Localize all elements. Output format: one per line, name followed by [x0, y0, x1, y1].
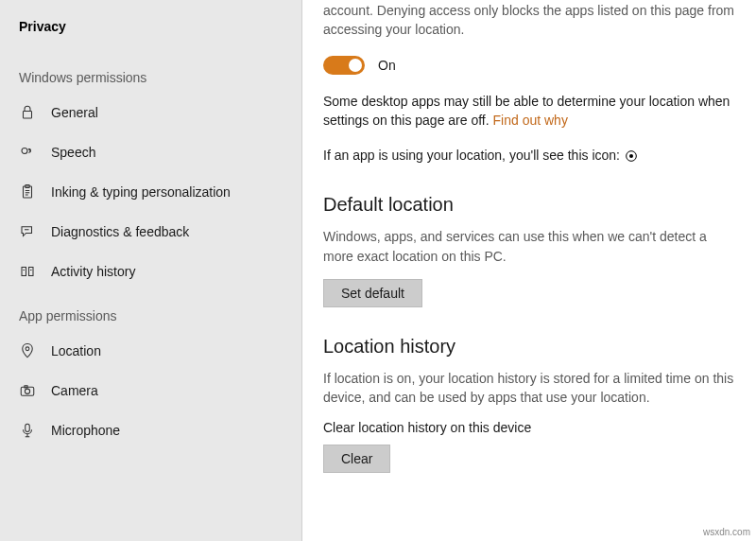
sidebar-item-speech[interactable]: Speech — [0, 132, 301, 172]
set-default-button[interactable]: Set default — [323, 279, 422, 307]
svg-point-1 — [22, 148, 27, 154]
toggle-state-label: On — [378, 58, 396, 73]
sidebar-item-diagnostics[interactable]: Diagnostics & feedback — [0, 212, 301, 252]
sidebar-item-label: Inking & typing personalization — [51, 184, 231, 200]
clear-history-label: Clear location history on this device — [323, 420, 735, 435]
section-header-app-permissions: App permissions — [0, 291, 301, 331]
svg-point-14 — [25, 389, 29, 393]
svg-point-20 — [629, 154, 633, 158]
feedback-icon — [19, 223, 36, 240]
main-content: account. Denying access only blocks the … — [302, 0, 756, 541]
location-in-use-icon — [624, 147, 639, 166]
lock-icon — [19, 104, 36, 121]
sidebar-item-label: Camera — [51, 383, 98, 398]
clipboard-icon — [19, 183, 36, 201]
app-using-text: If an app is using your location, you'll… — [323, 148, 624, 163]
sidebar-item-label: Diagnostics & feedback — [51, 224, 189, 239]
svg-rect-0 — [24, 112, 32, 119]
location-icon — [19, 342, 36, 359]
sidebar-item-general[interactable]: General — [0, 93, 301, 132]
sidebar-item-label: Activity history — [51, 264, 135, 279]
watermark: wsxdn.com — [703, 527, 750, 537]
sidebar-item-label: Microphone — [51, 423, 120, 438]
intro-text-partial: account. Denying access only blocks the … — [323, 2, 735, 39]
desktop-apps-note: Some desktop apps may still be able to d… — [323, 92, 735, 131]
microphone-icon — [19, 422, 36, 439]
svg-rect-8 — [22, 268, 26, 276]
section-header-windows-permissions: Windows permissions — [0, 53, 301, 93]
location-history-desc: If location is on, your location history… — [323, 369, 735, 408]
speech-icon — [19, 144, 36, 161]
default-location-desc: Windows, apps, and services can use this… — [323, 227, 735, 266]
location-toggle[interactable] — [323, 56, 365, 75]
sidebar-title: Privacy — [0, 13, 301, 53]
sidebar-item-label: Location — [51, 343, 101, 358]
location-toggle-row: On — [323, 56, 735, 75]
sidebar-item-location[interactable]: Location — [0, 331, 301, 371]
default-location-heading: Default location — [323, 194, 735, 216]
sidebar-item-microphone[interactable]: Microphone — [0, 410, 301, 450]
svg-rect-9 — [29, 268, 34, 276]
location-history-heading: Location history — [323, 336, 735, 358]
sidebar-item-activity-history[interactable]: Activity history — [0, 252, 301, 291]
find-out-why-link[interactable]: Find out why — [493, 113, 568, 128]
toggle-knob — [349, 59, 362, 72]
app-using-location-note: If an app is using your location, you'll… — [323, 146, 735, 166]
history-icon — [19, 263, 36, 280]
sidebar-item-inking[interactable]: Inking & typing personalization — [0, 172, 301, 212]
svg-point-12 — [26, 347, 29, 351]
camera-icon — [19, 382, 36, 399]
sidebar-item-camera[interactable]: Camera — [0, 371, 301, 410]
sidebar-item-label: Speech — [51, 145, 95, 160]
clear-button[interactable]: Clear — [323, 445, 390, 473]
svg-rect-16 — [26, 424, 30, 431]
sidebar: Privacy Windows permissions General Spee… — [0, 0, 302, 541]
sidebar-item-label: General — [51, 105, 98, 120]
